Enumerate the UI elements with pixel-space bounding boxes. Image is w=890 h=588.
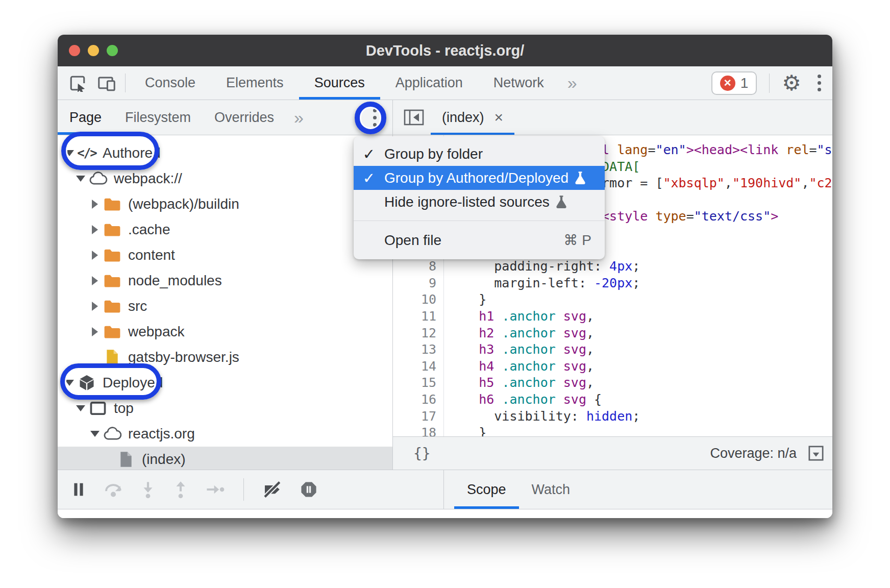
line-number[interactable]: 11	[393, 308, 436, 325]
tree-row-folder[interactable]: node_modules	[58, 268, 392, 293]
menu-item-label: Group by folder	[384, 146, 483, 162]
tab-elements[interactable]: Elements	[211, 66, 299, 100]
step-into-icon[interactable]	[140, 481, 156, 498]
window-title: DevTools - reactjs.org/	[366, 42, 525, 59]
menu-item-group-by-authored-deployed[interactable]: ✓ Group by Authored/Deployed	[354, 166, 605, 190]
expand-arrow-icon[interactable]	[88, 200, 102, 209]
tab-overrides[interactable]: Overrides	[203, 100, 286, 135]
folder-icon	[103, 246, 122, 264]
expand-arrow-icon[interactable]	[88, 276, 102, 285]
expand-arrow-icon[interactable]	[88, 251, 102, 260]
expand-arrow-icon[interactable]	[88, 302, 102, 311]
file-tree: </> Authored webpack://	[58, 135, 393, 470]
coverage-status: Coverage: n/a	[710, 446, 797, 461]
tab-scope[interactable]: Scope	[454, 470, 519, 509]
code-line: h6 .anchor svg {	[448, 391, 832, 408]
code-line: }	[448, 291, 832, 308]
pretty-print-icon[interactable]: {}	[413, 445, 431, 462]
menu-item-hide-ignore-listed[interactable]: Hide ignore-listed sources	[354, 190, 605, 214]
maximize-window-button[interactable]	[107, 45, 118, 56]
step-icon[interactable]	[206, 482, 225, 497]
expand-arrow-icon[interactable]	[88, 431, 102, 437]
close-tab-icon[interactable]: ×	[495, 109, 504, 126]
expand-arrow-icon[interactable]	[74, 405, 87, 411]
toolbar-divider	[125, 74, 126, 92]
tree-label: src	[128, 298, 147, 314]
tree-row-folder[interactable]: .cache	[58, 217, 392, 242]
toolbar-divider	[769, 74, 770, 93]
checkmark-icon: ✓	[354, 145, 384, 163]
pause-script-icon[interactable]	[71, 481, 86, 498]
tab-watch[interactable]: Watch	[519, 470, 583, 509]
tree-label: node_modules	[128, 273, 222, 289]
code-line: h1 .anchor svg,	[448, 308, 832, 325]
error-count: 1	[740, 75, 749, 91]
deactivate-breakpoints-icon[interactable]	[262, 481, 283, 498]
checkmark-icon: ✓	[354, 169, 384, 187]
folder-icon	[103, 297, 122, 315]
expand-arrow-icon[interactable]	[88, 225, 102, 234]
debugger-bar: Scope Watch	[58, 470, 832, 509]
tree-row-index-selected[interactable]: (index)	[58, 447, 392, 470]
more-navigator-tabs-chevron[interactable]: »	[286, 100, 312, 135]
minimize-window-button[interactable]	[88, 45, 99, 56]
expand-arrow-icon[interactable]	[88, 327, 102, 336]
menu-item-label: Group by Authored/Deployed	[384, 170, 568, 186]
tree-label: .cache	[128, 222, 170, 238]
tree-row-folder[interactable]: (webpack)/buildin	[58, 191, 392, 217]
code-line: }	[448, 425, 832, 436]
tab-filesystem[interactable]: Filesystem	[113, 100, 203, 135]
traffic-lights	[69, 45, 118, 56]
line-number[interactable]: 10	[393, 291, 436, 308]
experiment-flask-icon	[554, 194, 568, 210]
step-over-icon[interactable]	[104, 481, 123, 498]
main-menu-icon[interactable]	[813, 75, 825, 91]
tree-row-domain[interactable]: reactjs.org	[58, 421, 392, 447]
tab-page[interactable]: Page	[58, 100, 113, 135]
editor-tab-label: (index)	[442, 110, 484, 126]
tab-network[interactable]: Network	[478, 66, 559, 100]
code-line: visibility: hidden;	[448, 408, 832, 425]
line-number[interactable]: 17	[393, 408, 436, 425]
tab-application[interactable]: Application	[380, 66, 478, 100]
menu-item-group-by-folder[interactable]: ✓ Group by folder	[354, 142, 605, 166]
line-number[interactable]: 16	[393, 391, 436, 408]
error-badge[interactable]: ✕ 1	[711, 71, 757, 95]
menu-item-label: Hide ignore-listed sources	[384, 194, 550, 210]
tree-row-folder[interactable]: src	[58, 293, 392, 319]
tree-label: (index)	[142, 451, 186, 468]
line-number[interactable]: 15	[393, 375, 436, 391]
show-drawer-icon[interactable]	[808, 445, 824, 461]
close-window-button[interactable]	[69, 45, 80, 56]
folder-icon	[103, 220, 122, 239]
tree-label: content	[128, 247, 175, 263]
line-number[interactable]: 12	[393, 325, 436, 342]
settings-gear-icon[interactable]: ⚙	[782, 72, 801, 94]
cloud-icon	[88, 169, 108, 188]
device-toolbar-icon[interactable]	[97, 75, 116, 92]
step-out-icon[interactable]	[173, 481, 188, 498]
expand-arrow-icon[interactable]	[74, 176, 87, 182]
annotation-circle-deployed	[60, 363, 161, 400]
line-number[interactable]: 8	[393, 258, 436, 275]
file-icon	[116, 450, 136, 469]
collapse-sidebar-icon[interactable]	[404, 109, 424, 126]
tree-row-folder[interactable]: webpack	[58, 319, 392, 345]
line-number[interactable]: 18	[393, 425, 436, 436]
more-panels-chevron[interactable]: »	[559, 66, 585, 100]
inspect-element-icon[interactable]	[69, 75, 86, 92]
frame-icon	[88, 399, 108, 418]
line-number[interactable]: 9	[393, 275, 436, 292]
tab-sources[interactable]: Sources	[299, 66, 380, 100]
line-number[interactable]: 14	[393, 358, 436, 375]
pause-on-exceptions-icon[interactable]	[300, 481, 317, 498]
menu-shortcut: ⌘ P	[564, 232, 591, 249]
folder-icon	[103, 323, 122, 341]
debugger-controls	[58, 470, 444, 509]
tree-row-folder[interactable]: content	[58, 242, 392, 268]
tab-console[interactable]: Console	[130, 66, 211, 100]
line-number[interactable]: 13	[393, 341, 436, 358]
menu-item-open-file[interactable]: Open file ⌘ P	[354, 228, 605, 252]
editor-tab-index[interactable]: (index) ×	[431, 100, 514, 135]
menu-item-label: Open file	[384, 232, 441, 249]
